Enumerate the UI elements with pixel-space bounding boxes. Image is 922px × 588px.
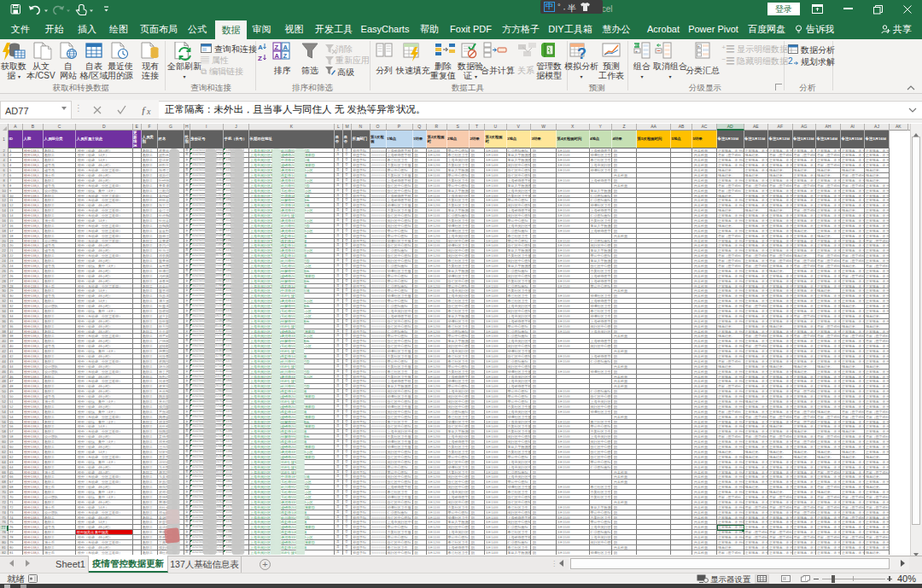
svg-text:x: x	[146, 107, 151, 115]
svg-text:Z: Z	[275, 44, 279, 51]
svg-text:Z: Z	[258, 55, 262, 62]
svg-text:A: A	[258, 44, 263, 51]
svg-text:Z: Z	[283, 52, 288, 60]
svg-text:A: A	[283, 44, 289, 51]
svg-text:A: A	[275, 52, 280, 60]
svg-text:?: ?	[577, 45, 586, 62]
svg-text:2: 2	[788, 56, 793, 66]
svg-text:+: +	[635, 49, 638, 54]
svg-text:+: +	[697, 44, 700, 49]
